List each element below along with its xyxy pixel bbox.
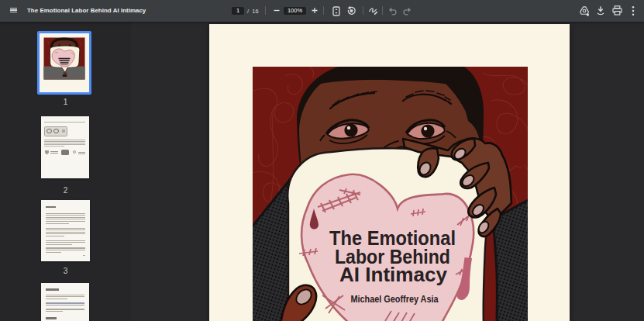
svg-text:AI Intimacy: AI Intimacy — [339, 263, 447, 286]
svg-text:Michael Geoffrey Asia: Michael Geoffrey Asia — [351, 294, 439, 305]
